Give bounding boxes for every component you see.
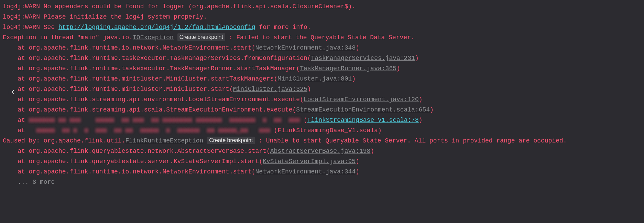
- source-link[interactable]: NetworkEnvironment.java:348: [255, 44, 356, 51]
- source-link[interactable]: KvStateServerImpl.java:95: [263, 158, 356, 165]
- console-line: at org.apache.flink.runtime.io.network.N…: [3, 167, 641, 177]
- console-line: at org.apache.flink.runtime.minicluster.…: [3, 74, 641, 84]
- console-text: ): [419, 117, 423, 124]
- console-line: log4j:WARN Please initialize the log4j s…: [3, 12, 641, 22]
- source-link[interactable]: TaskManagerServices.java:231: [311, 55, 415, 62]
- console-line: at org.apache.flink.streaming.api.scala.…: [3, 105, 641, 115]
- source-link[interactable]: NetworkEnvironment.java:344: [255, 168, 356, 175]
- console-text: xxxxx xx x x xxx xx xx xxxxx x xxxxxx xx…: [29, 127, 274, 134]
- console-text: (FlinkStreamingBase_V1.scala): [274, 127, 382, 134]
- console-line: at org.apache.flink.runtime.taskexecutor…: [3, 63, 641, 74]
- console-line: at org.apache.flink.runtime.taskexecutor…: [3, 53, 641, 63]
- console-text: ): [370, 148, 374, 155]
- create-breakpoint-button[interactable]: Create breakpoint: [177, 33, 225, 41]
- chevron-left-icon: [11, 89, 15, 94]
- console-text: at org.apache.flink.runtime.minicluster.…: [3, 75, 277, 82]
- source-link[interactable]: AbstractServerBase.java:198: [270, 148, 371, 155]
- console-output: log4j:WARN No appenders could be found f…: [0, 0, 644, 189]
- log4j-faq-link[interactable]: http://logging.apache.org/log4j/1.2/faq.…: [58, 24, 255, 31]
- console-text: log4j:WARN Please initialize the log4j s…: [3, 13, 207, 20]
- source-link[interactable]: MiniCluster.java:801: [277, 75, 352, 82]
- console-text: at: [3, 117, 29, 124]
- console-text: ): [419, 96, 423, 103]
- console-text: at org.apache.flink.streaming.api.enviro…: [3, 96, 304, 103]
- console-text: for more info.: [255, 24, 311, 31]
- source-link[interactable]: MiniCluster.java:325: [233, 86, 307, 93]
- console-text: ): [307, 86, 311, 93]
- source-link[interactable]: StreamExecutionEnvironment.scala:654: [296, 106, 430, 113]
- console-text: Caused by: org.apache.flink.util.: [3, 137, 125, 144]
- console-text: at org.apache.flink.runtime.taskexecutor…: [3, 55, 311, 62]
- console-text: ): [415, 55, 419, 62]
- console-text: at org.apache.flink.runtime.io.network.N…: [3, 168, 255, 175]
- console-text: ): [396, 65, 400, 72]
- console-line: Caused by: org.apache.flink.util.FlinkRu…: [3, 136, 641, 146]
- console-text: (: [304, 117, 307, 124]
- console-line: at org.apache.flink.queryablestate.serve…: [3, 156, 641, 167]
- flinkruntimeexception-link[interactable]: FlinkRuntimeException: [125, 137, 203, 144]
- console-text: log4j:WARN No appenders could be found f…: [3, 3, 356, 10]
- console-text: ): [356, 158, 359, 165]
- console-text: ): [352, 75, 356, 82]
- console-line: at org.apache.flink.runtime.minicluster.…: [3, 84, 641, 94]
- console-text: log4j:WARN See: [3, 24, 58, 31]
- console-text: xxxxxxx xx xxx xxxxx xx xxx xx xxxxxxxx …: [29, 117, 304, 124]
- console-text: : Unable to start Queryable State Server…: [255, 137, 567, 144]
- console-text: Exception in thread "main" java.io.: [3, 34, 133, 41]
- console-line: at org.apache.flink.streaming.api.enviro…: [3, 94, 641, 105]
- console-line: at xxxxxxx xx xxx xxxxx xx xxx xx xxxxxx…: [3, 115, 641, 125]
- console-text: at: [3, 127, 29, 134]
- console-text: at org.apache.flink.queryablestate.serve…: [3, 158, 263, 165]
- console-line: log4j:WARN No appenders could be found f…: [3, 1, 641, 12]
- console-text: at org.apache.flink.runtime.minicluster.…: [3, 86, 233, 93]
- console-text: at org.apache.flink.queryablestate.netwo…: [3, 148, 270, 155]
- console-text: ): [356, 44, 359, 51]
- console-text: ): [430, 106, 434, 113]
- console-line: at org.apache.flink.queryablestate.netwo…: [3, 146, 641, 156]
- console-text: at org.apache.flink.runtime.io.network.N…: [3, 44, 255, 51]
- console-text: [203, 137, 207, 144]
- console-text: at org.apache.flink.streaming.api.scala.…: [3, 106, 296, 113]
- console-line: ... 8 more: [3, 177, 641, 187]
- console-line: at xxxxx xx x x xxx xx xx xxxxx x xxxxxx…: [3, 125, 641, 136]
- console-line: Exception in thread "main" java.io.IOExc…: [3, 32, 641, 43]
- source-link[interactable]: FlinkStreamingBase_V1.scala:78: [307, 117, 419, 124]
- back-button[interactable]: [8, 87, 18, 97]
- source-link[interactable]: TaskManagerRunner.java:365: [300, 65, 396, 72]
- console-text: : Failed to start the Queryable State Da…: [225, 34, 415, 41]
- console-text: ... 8 more: [3, 179, 55, 185]
- console-line: log4j:WARN See http://logging.apache.org…: [3, 22, 641, 32]
- console-text: ): [356, 168, 359, 175]
- create-breakpoint-button[interactable]: Create breakpoint: [207, 137, 255, 144]
- source-link[interactable]: LocalStreamEnvironment.java:120: [304, 96, 419, 103]
- console-text: [174, 34, 177, 41]
- console-line: at org.apache.flink.runtime.io.network.N…: [3, 43, 641, 53]
- ioexception-link[interactable]: IOException: [133, 34, 174, 41]
- console-text: at org.apache.flink.runtime.taskexecutor…: [3, 65, 300, 72]
